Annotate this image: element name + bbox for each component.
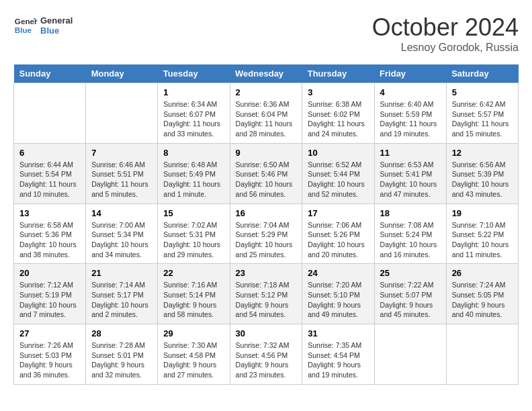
weekday-header: Thursday xyxy=(302,64,374,83)
day-number: 7 xyxy=(91,148,152,158)
day-number: 8 xyxy=(163,148,224,158)
calendar-cell: 3Sunrise: 6:38 AMSunset: 6:02 PMDaylight… xyxy=(302,83,374,144)
calendar-cell: 26Sunrise: 7:24 AMSunset: 5:05 PMDayligh… xyxy=(446,264,518,324)
calendar-cell: 28Sunrise: 7:28 AMSunset: 5:01 PMDayligh… xyxy=(86,324,158,385)
calendar-body: 1Sunrise: 6:34 AMSunset: 6:07 PMDaylight… xyxy=(14,83,519,385)
day-number: 22 xyxy=(163,268,224,278)
day-number: 12 xyxy=(452,148,513,158)
day-detail: Sunrise: 7:20 AMSunset: 5:10 PMDaylight:… xyxy=(308,280,368,320)
calendar-cell: 10Sunrise: 6:52 AMSunset: 5:44 PMDayligh… xyxy=(302,143,374,203)
day-detail: Sunrise: 7:02 AMSunset: 5:31 PMDaylight:… xyxy=(163,220,224,260)
day-number: 21 xyxy=(91,268,152,278)
day-number: 19 xyxy=(452,208,513,218)
day-detail: Sunrise: 7:04 AMSunset: 5:29 PMDaylight:… xyxy=(236,220,297,260)
month-title: October 2024 xyxy=(372,13,519,42)
weekday-header: Monday xyxy=(86,64,158,83)
calendar-header: SundayMondayTuesdayWednesdayThursdayFrid… xyxy=(14,64,519,83)
calendar-cell: 27Sunrise: 7:26 AMSunset: 5:03 PMDayligh… xyxy=(14,324,86,385)
day-detail: Sunrise: 7:00 AMSunset: 5:34 PMDaylight:… xyxy=(91,220,152,260)
calendar-cell: 16Sunrise: 7:04 AMSunset: 5:29 PMDayligh… xyxy=(230,203,302,264)
day-number: 23 xyxy=(236,268,297,278)
day-number: 2 xyxy=(236,87,297,97)
day-detail: Sunrise: 7:22 AMSunset: 5:07 PMDaylight:… xyxy=(380,280,441,320)
day-number: 4 xyxy=(380,87,441,97)
day-number: 9 xyxy=(236,148,297,158)
calendar-cell: 14Sunrise: 7:00 AMSunset: 5:34 PMDayligh… xyxy=(86,203,158,264)
day-number: 31 xyxy=(308,328,368,338)
logo-line1: General xyxy=(40,15,73,26)
day-number: 16 xyxy=(236,208,297,218)
day-number: 1 xyxy=(163,87,224,97)
day-detail: Sunrise: 6:56 AMSunset: 5:39 PMDaylight:… xyxy=(452,160,513,199)
day-detail: Sunrise: 6:38 AMSunset: 6:02 PMDaylight:… xyxy=(308,99,368,139)
day-detail: Sunrise: 6:36 AMSunset: 6:04 PMDaylight:… xyxy=(236,99,297,139)
day-detail: Sunrise: 7:06 AMSunset: 5:26 PMDaylight:… xyxy=(308,220,368,260)
day-detail: Sunrise: 7:18 AMSunset: 5:12 PMDaylight:… xyxy=(236,280,297,320)
logo: General Blue General Blue xyxy=(13,13,73,38)
day-number: 11 xyxy=(380,148,441,158)
calendar-cell xyxy=(14,83,86,144)
day-number: 6 xyxy=(19,148,80,158)
weekday-header: Wednesday xyxy=(230,64,302,83)
page-header: General Blue General Blue October 2024 L… xyxy=(13,13,519,54)
day-number: 14 xyxy=(91,208,152,218)
calendar-cell: 18Sunrise: 7:08 AMSunset: 5:24 PMDayligh… xyxy=(374,203,446,264)
calendar-cell: 12Sunrise: 6:56 AMSunset: 5:39 PMDayligh… xyxy=(446,143,518,203)
calendar-cell: 11Sunrise: 6:53 AMSunset: 5:41 PMDayligh… xyxy=(374,143,446,203)
logo-icon: General Blue xyxy=(13,13,38,38)
day-detail: Sunrise: 7:28 AMSunset: 5:01 PMDaylight:… xyxy=(91,340,152,380)
day-detail: Sunrise: 6:42 AMSunset: 5:57 PMDaylight:… xyxy=(452,99,513,139)
calendar-cell: 23Sunrise: 7:18 AMSunset: 5:12 PMDayligh… xyxy=(230,264,302,324)
day-detail: Sunrise: 7:26 AMSunset: 5:03 PMDaylight:… xyxy=(19,340,80,380)
svg-text:Blue: Blue xyxy=(15,26,32,34)
day-detail: Sunrise: 6:44 AMSunset: 5:54 PMDaylight:… xyxy=(19,160,80,199)
calendar-cell xyxy=(86,83,158,144)
calendar-cell xyxy=(446,324,518,385)
calendar-cell: 9Sunrise: 6:50 AMSunset: 5:46 PMDaylight… xyxy=(230,143,302,203)
calendar-cell: 24Sunrise: 7:20 AMSunset: 5:10 PMDayligh… xyxy=(302,264,374,324)
day-detail: Sunrise: 6:48 AMSunset: 5:49 PMDaylight:… xyxy=(163,160,224,199)
calendar-cell: 17Sunrise: 7:06 AMSunset: 5:26 PMDayligh… xyxy=(302,203,374,264)
calendar-cell: 1Sunrise: 6:34 AMSunset: 6:07 PMDaylight… xyxy=(158,83,230,144)
calendar-cell: 4Sunrise: 6:40 AMSunset: 5:59 PMDaylight… xyxy=(374,83,446,144)
calendar-cell: 25Sunrise: 7:22 AMSunset: 5:07 PMDayligh… xyxy=(374,264,446,324)
weekday-header: Saturday xyxy=(446,64,518,83)
calendar-cell: 29Sunrise: 7:30 AMSunset: 4:58 PMDayligh… xyxy=(158,324,230,385)
day-detail: Sunrise: 7:35 AMSunset: 4:54 PMDaylight:… xyxy=(308,340,368,380)
calendar-cell: 22Sunrise: 7:16 AMSunset: 5:14 PMDayligh… xyxy=(158,264,230,324)
day-detail: Sunrise: 7:30 AMSunset: 4:58 PMDaylight:… xyxy=(163,340,224,380)
day-detail: Sunrise: 6:34 AMSunset: 6:07 PMDaylight:… xyxy=(163,99,224,139)
day-detail: Sunrise: 6:53 AMSunset: 5:41 PMDaylight:… xyxy=(380,160,441,199)
svg-text:General: General xyxy=(15,17,38,26)
calendar-cell: 7Sunrise: 6:46 AMSunset: 5:51 PMDaylight… xyxy=(86,143,158,203)
title-section: October 2024 Lesnoy Gorodok, Russia xyxy=(372,13,519,54)
day-number: 24 xyxy=(308,268,368,278)
weekday-header: Sunday xyxy=(14,64,86,83)
day-detail: Sunrise: 7:32 AMSunset: 4:56 PMDaylight:… xyxy=(236,340,297,380)
day-number: 13 xyxy=(19,208,80,218)
day-detail: Sunrise: 6:46 AMSunset: 5:51 PMDaylight:… xyxy=(91,160,152,199)
day-number: 25 xyxy=(380,268,441,278)
weekday-header: Tuesday xyxy=(158,64,230,83)
calendar-cell: 2Sunrise: 6:36 AMSunset: 6:04 PMDaylight… xyxy=(230,83,302,144)
day-number: 29 xyxy=(163,328,224,338)
day-number: 18 xyxy=(380,208,441,218)
day-detail: Sunrise: 6:58 AMSunset: 5:36 PMDaylight:… xyxy=(19,220,80,260)
day-number: 30 xyxy=(236,328,297,338)
calendar-cell: 5Sunrise: 6:42 AMSunset: 5:57 PMDaylight… xyxy=(446,83,518,144)
day-detail: Sunrise: 7:16 AMSunset: 5:14 PMDaylight:… xyxy=(163,280,224,320)
day-detail: Sunrise: 7:24 AMSunset: 5:05 PMDaylight:… xyxy=(452,280,513,320)
day-detail: Sunrise: 7:10 AMSunset: 5:22 PMDaylight:… xyxy=(452,220,513,260)
day-detail: Sunrise: 7:08 AMSunset: 5:24 PMDaylight:… xyxy=(380,220,441,260)
calendar-table: SundayMondayTuesdayWednesdayThursdayFrid… xyxy=(13,64,519,385)
calendar-cell: 6Sunrise: 6:44 AMSunset: 5:54 PMDaylight… xyxy=(14,143,86,203)
day-detail: Sunrise: 6:50 AMSunset: 5:46 PMDaylight:… xyxy=(236,160,297,199)
logo-line2: Blue xyxy=(40,26,73,36)
day-number: 26 xyxy=(452,268,513,278)
calendar-cell: 8Sunrise: 6:48 AMSunset: 5:49 PMDaylight… xyxy=(158,143,230,203)
day-number: 10 xyxy=(308,148,368,158)
day-detail: Sunrise: 6:40 AMSunset: 5:59 PMDaylight:… xyxy=(380,99,441,139)
location: Lesnoy Gorodok, Russia xyxy=(372,42,519,54)
day-number: 15 xyxy=(163,208,224,218)
day-detail: Sunrise: 6:52 AMSunset: 5:44 PMDaylight:… xyxy=(308,160,368,199)
